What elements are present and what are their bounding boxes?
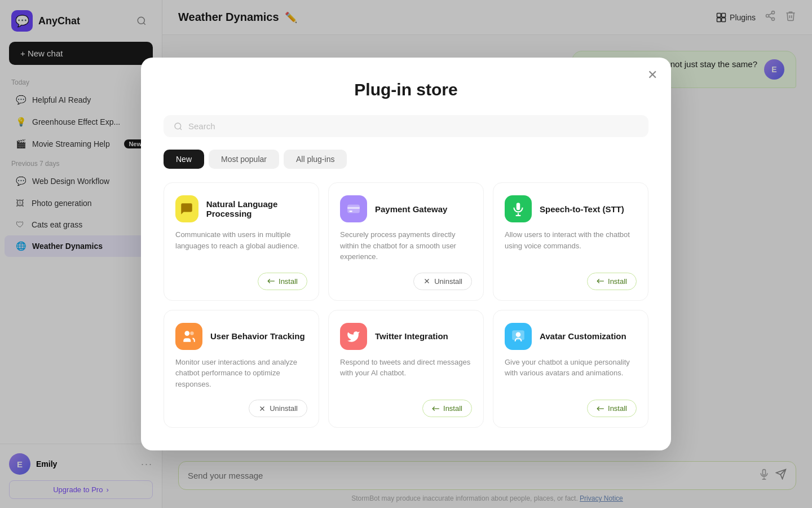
install-button-stt[interactable]: Install (587, 273, 637, 290)
install-button-avatar[interactable]: Install (587, 400, 637, 417)
plugin-desc: Respond to tweets and direct messages wi… (340, 357, 472, 390)
tab-popular[interactable]: Most popular (209, 150, 279, 169)
uninstall-button-payment[interactable]: Uninstall (413, 273, 472, 290)
plugin-header: Avatar Customization (505, 323, 637, 350)
uninstall-button-ubt[interactable]: Uninstall (249, 400, 307, 417)
plugin-name: Natural Language Processing (206, 199, 307, 218)
plugin-actions: Install (505, 400, 637, 417)
plugin-card-payment: Payment Gateway Securely process payment… (328, 182, 484, 301)
plugin-card-twitter: Twitter Integration Respond to tweets an… (328, 310, 484, 428)
modal-tabs: NewMost popularAll plug-ins (164, 150, 648, 169)
modal-close-button[interactable]: ✕ (647, 69, 657, 81)
plugin-desc: Give your chatbot a unique personality w… (505, 357, 637, 390)
plugin-desc: Monitor user interactions and analyze ch… (175, 357, 307, 390)
plugin-header: Twitter Integration (340, 323, 472, 350)
plugin-name: Speech-to-Text (STT) (540, 204, 624, 214)
svg-line-17 (180, 128, 182, 130)
modal-title: Plug-in store (164, 80, 648, 99)
svg-point-28 (184, 331, 189, 336)
svg-point-16 (175, 123, 181, 129)
svg-rect-20 (347, 207, 360, 209)
tab-new[interactable]: New (164, 150, 204, 169)
plugin-name: Avatar Customization (540, 331, 626, 341)
plugin-card-ubt: User Behavior Tracking Monitor user inte… (164, 310, 319, 428)
plugin-card-stt: Speech-to-Text (STT) Allow users to inte… (493, 182, 648, 301)
plugin-store-modal: ✕ Plug-in store NewMost popularAll plug-… (141, 58, 671, 450)
modal-search-icon (174, 122, 183, 131)
plugin-desc: Securely process payments directly withi… (340, 229, 472, 262)
svg-point-34 (517, 332, 520, 336)
plugin-desc: Allow users to interact with the chatbot… (505, 229, 637, 262)
plugin-desc: Communicate with users in multiple langu… (175, 229, 307, 262)
plugin-card-nlp: Natural Language Processing Communicate … (164, 182, 319, 301)
plugin-actions: Install (175, 273, 307, 290)
svg-point-29 (190, 331, 194, 335)
install-button-nlp[interactable]: Install (258, 273, 307, 290)
plugin-icon-ubt (175, 323, 202, 350)
plugin-header: Natural Language Processing (175, 195, 307, 222)
plugin-icon-nlp (175, 195, 198, 222)
plugin-actions: Uninstall (340, 273, 472, 290)
plugin-header: User Behavior Tracking (175, 323, 307, 350)
plugin-icon-avatar (505, 323, 532, 350)
plugin-header: Payment Gateway (340, 195, 472, 222)
modal-search-input[interactable] (188, 121, 638, 131)
plugin-actions: Install (340, 400, 472, 417)
modal-overlay[interactable]: ✕ Plug-in store NewMost popularAll plug-… (0, 0, 812, 508)
plugin-card-avatar: Avatar Customization Give your chatbot a… (493, 310, 648, 428)
plugin-name: Twitter Integration (375, 331, 448, 341)
plugin-header: Speech-to-Text (STT) (505, 195, 637, 222)
tab-all[interactable]: All plug-ins (284, 150, 347, 169)
plugin-actions: Uninstall (175, 400, 307, 417)
install-button-twitter[interactable]: Install (422, 400, 472, 417)
plugin-icon-stt (505, 195, 532, 222)
plugin-name: Payment Gateway (375, 204, 447, 214)
plugin-name: User Behavior Tracking (210, 331, 305, 341)
modal-search-row (164, 115, 648, 137)
plugin-icon-twitter (340, 323, 367, 350)
plugins-grid: Natural Language Processing Communicate … (164, 182, 648, 428)
svg-rect-24 (517, 203, 520, 210)
svg-rect-21 (349, 211, 352, 212)
plugin-icon-payment (340, 195, 367, 222)
plugin-actions: Install (505, 273, 637, 290)
